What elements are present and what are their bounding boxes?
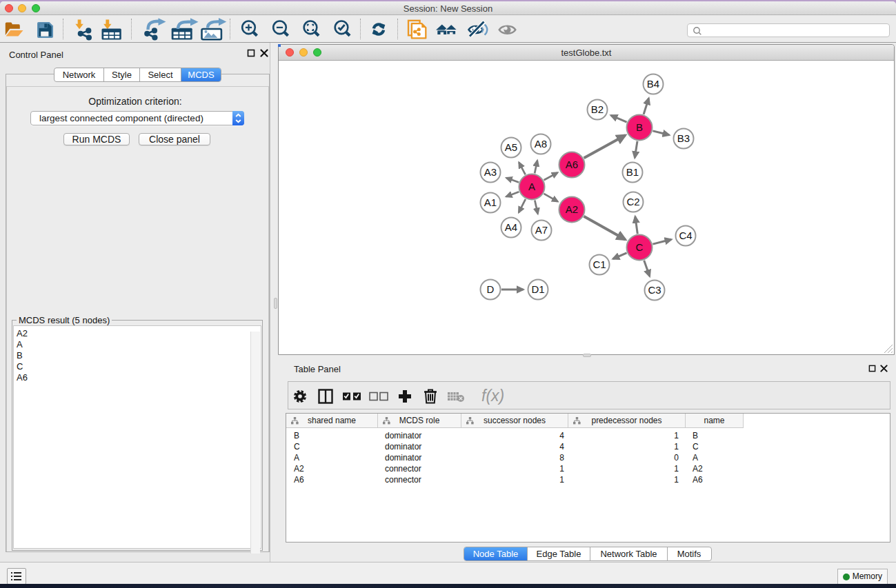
- svg-text:A7: A7: [535, 224, 548, 236]
- svg-text:B3: B3: [677, 132, 690, 144]
- svg-text:C2: C2: [626, 196, 639, 207]
- svg-text:A: A: [528, 181, 535, 192]
- svg-text:C4: C4: [679, 230, 692, 241]
- svg-text:B2: B2: [591, 103, 604, 115]
- svg-text:f(x): f(x): [481, 387, 504, 405]
- svg-text:B4: B4: [647, 78, 659, 90]
- svg-text:A8: A8: [535, 138, 547, 150]
- svg-text:B: B: [636, 121, 643, 133]
- svg-text:A1: A1: [484, 196, 497, 208]
- svg-text:B1: B1: [626, 166, 639, 178]
- svg-text:A6: A6: [566, 159, 578, 170]
- svg-text:C1: C1: [593, 258, 606, 270]
- svg-text:C: C: [636, 241, 644, 253]
- svg-text:D: D: [487, 283, 495, 295]
- svg-text:A4: A4: [505, 221, 517, 233]
- svg-text:D1: D1: [531, 283, 544, 295]
- svg-text:C3: C3: [648, 284, 661, 296]
- svg-text:A3: A3: [484, 166, 497, 178]
- svg-text:A5: A5: [505, 141, 517, 153]
- svg-text:A2: A2: [566, 203, 578, 215]
